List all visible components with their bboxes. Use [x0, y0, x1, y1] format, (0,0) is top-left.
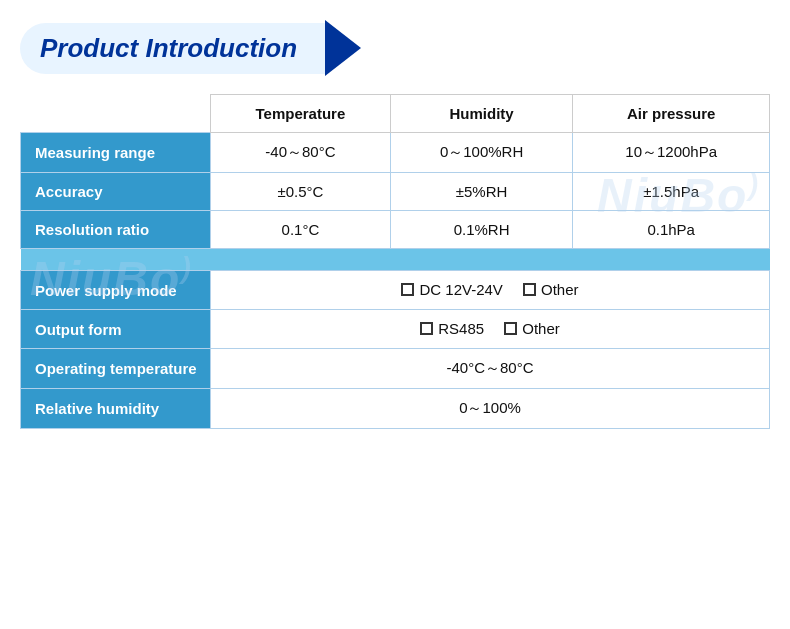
resolution-air-pressure: 0.1hPa: [573, 211, 770, 249]
checkbox-rs485[interactable]: RS485: [420, 320, 484, 337]
table-row: Output form RS485 Other: [21, 310, 770, 349]
relative-humidity-value: 0～100%: [211, 389, 770, 429]
measuring-range-temperature: -40～80°C: [211, 133, 391, 173]
checkbox-label-rs485: RS485: [438, 320, 484, 337]
specifications-table: Temperature Humidity Air pressure Measur…: [20, 94, 770, 429]
row-label-power-supply: Power supply mode: [21, 271, 211, 310]
row-label-resolution: Resolution ratio: [21, 211, 211, 249]
resolution-temperature: 0.1°C: [211, 211, 391, 249]
output-form-options: RS485 Other: [211, 310, 770, 349]
measuring-range-humidity: 0～100%RH: [390, 133, 573, 173]
measuring-range-air-pressure: 10～1200hPa: [573, 133, 770, 173]
checkbox-box-other-output[interactable]: [504, 322, 517, 335]
table-row: Relative humidity 0～100%: [21, 389, 770, 429]
spec-table-wrapper: NiuBo) NiuBo) Temperature Humidity Air p…: [20, 94, 770, 429]
row-label-output-form: Output form: [21, 310, 211, 349]
power-supply-options: DC 12V-24V Other: [211, 271, 770, 310]
checkbox-label-other-power: Other: [541, 281, 579, 298]
page-title: Product Introduction: [40, 33, 297, 64]
checkbox-box-rs485[interactable]: [420, 322, 433, 335]
title-arrow-decoration: [325, 20, 361, 76]
table-row: Measuring range -40～80°C 0～100%RH 10～120…: [21, 133, 770, 173]
table-header-row: Temperature Humidity Air pressure: [21, 95, 770, 133]
row-label-relative-humidity: Relative humidity: [21, 389, 211, 429]
accuracy-temperature: ±0.5°C: [211, 173, 391, 211]
checkbox-other-output[interactable]: Other: [504, 320, 560, 337]
row-label-measuring-range: Measuring range: [21, 133, 211, 173]
row-label-operating-temp: Operating temperature: [21, 349, 211, 389]
table-row: Accuracy ±0.5°C ±5%RH ±1.5hPa: [21, 173, 770, 211]
checkbox-box-other-power[interactable]: [523, 283, 536, 296]
accuracy-air-pressure: ±1.5hPa: [573, 173, 770, 211]
checkbox-label-other-output: Other: [522, 320, 560, 337]
col-header-air-pressure: Air pressure: [573, 95, 770, 133]
checkbox-label-dc12v: DC 12V-24V: [419, 281, 502, 298]
table-row: Resolution ratio 0.1°C 0.1%RH 0.1hPa: [21, 211, 770, 249]
col-header-temperature: Temperature: [211, 95, 391, 133]
col-header-humidity: Humidity: [390, 95, 573, 133]
row-label-accuracy: Accuracy: [21, 173, 211, 211]
table-row: Operating temperature -40°C～80°C: [21, 349, 770, 389]
resolution-humidity: 0.1%RH: [390, 211, 573, 249]
table-row: Power supply mode DC 12V-24V Other: [21, 271, 770, 310]
operating-temp-value: -40°C～80°C: [211, 349, 770, 389]
checkbox-dc12v[interactable]: DC 12V-24V: [401, 281, 502, 298]
checkbox-box-dc12v[interactable]: [401, 283, 414, 296]
accuracy-humidity: ±5%RH: [390, 173, 573, 211]
checkbox-other-power[interactable]: Other: [523, 281, 579, 298]
separator-row: [21, 249, 770, 271]
